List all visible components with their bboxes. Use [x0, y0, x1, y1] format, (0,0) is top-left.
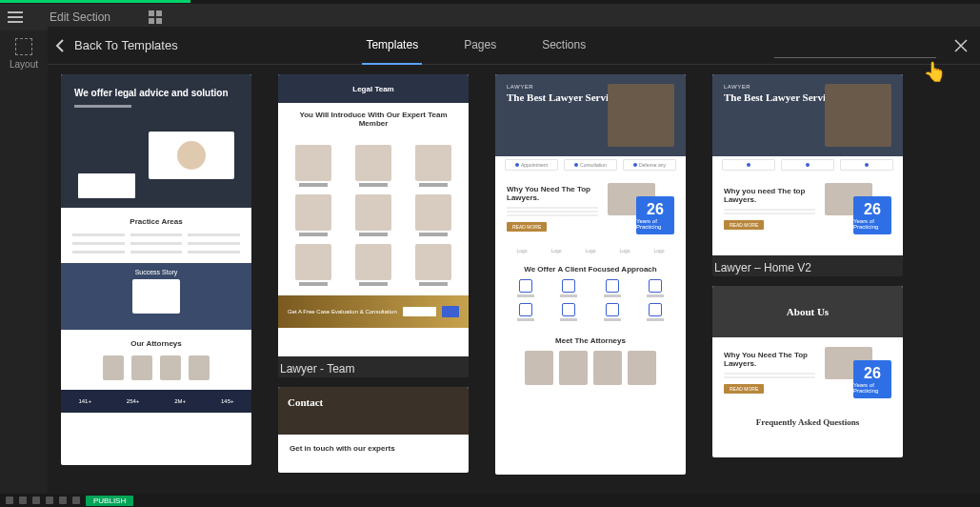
toolbar-icon[interactable] [32, 497, 40, 504]
toolbar-icon[interactable] [59, 497, 67, 504]
template-card-about[interactable]: About Us Why You Need The Top Lawyers. R… [712, 286, 903, 457]
toolbar-icon[interactable] [46, 497, 53, 504]
template-card-home3[interactable]: LAWYER The Best Lawyer Services Appointm… [495, 74, 686, 475]
thumb-hero-text: We offer legal advice and solution [74, 88, 238, 99]
tab-pages[interactable]: Pages [460, 27, 500, 65]
toolbar-icon[interactable] [72, 497, 80, 504]
template-card-team[interactable]: Legal Team You Will Introduce With Our E… [278, 74, 469, 377]
left-rail: Layout [0, 30, 48, 507]
tab-sections[interactable]: Sections [538, 27, 590, 65]
close-icon [953, 38, 969, 53]
tab-templates[interactable]: Templates [362, 27, 422, 65]
layout-label: Layout [10, 59, 38, 70]
template-title: Lawyer - Team [278, 356, 469, 377]
hamburger-icon[interactable] [8, 11, 23, 23]
search-input[interactable] [774, 33, 936, 58]
bottom-bar: PUBLISH [0, 494, 980, 507]
layout-icon[interactable] [15, 38, 32, 55]
edit-section-title: Edit Section [50, 10, 110, 24]
template-card-contact[interactable]: Contact Get in touch with our experts [278, 387, 469, 473]
library-tabs: Templates Pages Sections [178, 27, 774, 65]
close-button[interactable] [950, 34, 972, 57]
template-grid-scroll[interactable]: We offer legal advice and solution Pract… [48, 65, 980, 507]
back-to-templates-button[interactable]: Back To Templates [55, 38, 178, 52]
grid-icon[interactable] [149, 10, 162, 24]
chevron-left-icon [55, 39, 65, 52]
toolbar-icon[interactable] [6, 497, 13, 504]
toolbar-icon[interactable] [19, 497, 27, 504]
template-library-modal: Back To Templates Templates Pages Sectio… [48, 27, 980, 507]
template-card[interactable]: We offer legal advice and solution Pract… [61, 74, 251, 465]
publish-button[interactable]: PUBLISH [86, 496, 133, 506]
template-title: Lawyer – Home V2 [712, 255, 903, 276]
template-card-home2[interactable]: LAWYER The Best Lawyer Services Why you … [712, 74, 903, 276]
